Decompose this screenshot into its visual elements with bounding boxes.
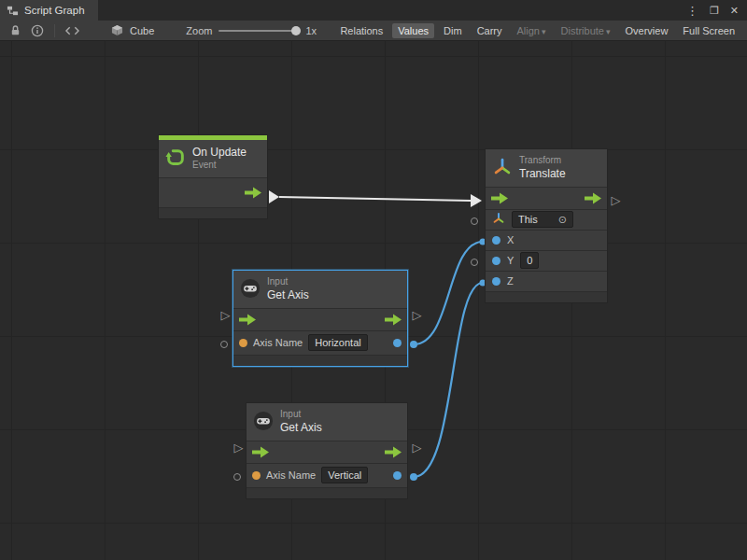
toolbar-separator <box>54 24 55 37</box>
overview-button[interactable]: Overview <box>620 23 674 38</box>
axis-name-row: Axis Name Vertical <box>247 463 407 487</box>
window-controls: ⋮ ❐ ✕ <box>686 0 747 21</box>
script-graph-icon <box>7 5 19 17</box>
this-object-field[interactable]: This ⊙ <box>512 211 573 228</box>
object-name: Cube <box>130 25 154 36</box>
zoom-value: 1x <box>305 25 317 36</box>
flow-output-connected-triangle[interactable] <box>269 190 279 203</box>
y-value-port[interactable] <box>492 257 500 265</box>
node-title: Get Axis <box>267 288 309 302</box>
flow-input-port[interactable] <box>251 446 270 458</box>
node-category: Transform <box>519 155 566 167</box>
node-footer <box>159 207 267 218</box>
info-icon[interactable] <box>29 22 46 39</box>
flow-port-row <box>159 177 267 207</box>
node-header: On Update Event <box>159 140 267 177</box>
node-category: Input <box>280 409 322 421</box>
on-update-icon <box>165 147 186 170</box>
tab-title: Script Graph <box>24 5 85 16</box>
wire-value-vertical-z[interactable] <box>414 283 483 477</box>
flow-wire-arrowhead <box>471 194 482 207</box>
wire-start-dot[interactable] <box>410 473 417 481</box>
tab-script-graph[interactable]: Script Graph <box>0 0 98 21</box>
unconnected-flow-output-triangle[interactable]: ▷ <box>610 194 622 206</box>
target-picker-icon[interactable]: ⊙ <box>558 214 567 225</box>
node-header: Transform Translate <box>486 149 607 187</box>
unconnected-string-port-circle[interactable] <box>233 473 241 481</box>
param-label: Axis Name <box>266 469 316 481</box>
unconnected-this-port-circle[interactable] <box>471 217 478 225</box>
node-header: Input Get Axis <box>247 403 407 441</box>
node-title: Translate <box>519 167 566 181</box>
node-header: Input Get Axis <box>233 271 407 308</box>
this-value: This <box>518 214 538 225</box>
x-value-port[interactable] <box>492 236 500 245</box>
unconnected-string-port-circle[interactable] <box>220 341 228 348</box>
zoom-control: Zoom 1x <box>186 25 317 36</box>
flow-port-row <box>247 441 407 463</box>
flow-input-port[interactable] <box>238 314 257 326</box>
code-icon[interactable] <box>63 22 80 39</box>
node-on-update[interactable]: On Update Event <box>159 135 267 218</box>
carry-button[interactable]: Carry <box>472 23 508 38</box>
graph-canvas[interactable]: On Update Event Transform Translate <box>0 41 747 560</box>
value-output-port[interactable] <box>393 471 402 480</box>
graph-context[interactable]: Cube <box>108 22 154 39</box>
relations-button[interactable]: Relations <box>334 23 388 38</box>
flow-input-port[interactable] <box>490 192 509 204</box>
unconnected-flow-output-triangle[interactable]: ▷ <box>411 309 423 321</box>
node-footer <box>233 355 407 366</box>
flow-output-port[interactable] <box>244 187 262 199</box>
chevron-down-icon: ▾ <box>606 27 611 36</box>
flow-output-port[interactable] <box>584 192 602 204</box>
z-port-row: Z <box>486 271 607 291</box>
z-value-port[interactable] <box>492 277 500 286</box>
node-footer <box>247 487 407 498</box>
unconnected-flow-output-triangle[interactable]: ▷ <box>411 441 423 454</box>
gamepad-icon <box>240 278 261 301</box>
unconnected-y-port-circle[interactable] <box>471 259 478 266</box>
unconnected-flow-input-triangle[interactable]: ▷ <box>233 441 245 454</box>
node-category: Input <box>267 276 309 288</box>
wire-flow[interactable] <box>279 197 471 201</box>
y-port-label: Y <box>507 255 514 266</box>
node-subtitle: Event <box>192 160 247 172</box>
align-dropdown[interactable]: Align▾ <box>512 23 552 38</box>
title-bar: Script Graph ⋮ ❐ ✕ <box>0 0 747 21</box>
graph-toolbar: Cube Zoom 1x Relations Values Dim Carry … <box>0 21 747 41</box>
flow-output-port[interactable] <box>384 314 402 326</box>
maximize-icon[interactable]: ❐ <box>710 5 719 17</box>
string-input-port[interactable] <box>239 339 247 347</box>
fullscreen-button[interactable]: Full Screen <box>677 23 740 38</box>
distribute-dropdown[interactable]: Distribute▾ <box>556 23 616 38</box>
node-title: Get Axis <box>280 421 322 435</box>
axis-icon <box>492 212 505 227</box>
node-get-axis-horizontal[interactable]: Input Get Axis Axis Name Horizontal <box>233 271 407 366</box>
z-port-label: Z <box>507 275 514 287</box>
toolbar-buttons: Relations Values Dim Carry Align▾ Distri… <box>334 23 740 38</box>
string-input-port[interactable] <box>252 471 261 480</box>
wire-start-dot[interactable] <box>410 341 417 348</box>
kebab-menu-icon[interactable]: ⋮ <box>686 4 698 18</box>
chevron-down-icon: ▾ <box>542 27 546 36</box>
close-icon[interactable]: ✕ <box>730 5 739 17</box>
node-get-axis-vertical[interactable]: Input Get Axis Axis Name Vertical <box>247 403 407 498</box>
node-translate[interactable]: Transform Translate This ⊙ X <box>486 149 607 302</box>
this-port-row: This ⊙ <box>486 209 607 230</box>
dim-button[interactable]: Dim <box>438 23 468 38</box>
flow-port-row <box>233 308 407 330</box>
y-value-field[interactable]: 0 <box>520 252 539 269</box>
zoom-slider[interactable] <box>218 30 299 32</box>
flow-output-port[interactable] <box>384 446 402 458</box>
cube-icon <box>108 22 125 39</box>
lock-icon[interactable] <box>7 22 23 39</box>
x-port-label: X <box>507 234 514 245</box>
zoom-slider-handle[interactable] <box>291 26 301 35</box>
axis-name-field[interactable]: Vertical <box>321 467 368 483</box>
wire-value-horizontal-x[interactable] <box>414 242 483 344</box>
transform-icon <box>492 157 513 179</box>
unconnected-flow-input-triangle[interactable]: ▷ <box>219 309 232 321</box>
axis-name-field[interactable]: Horizontal <box>308 334 368 351</box>
value-output-port[interactable] <box>393 339 402 347</box>
values-button[interactable]: Values <box>392 23 434 38</box>
